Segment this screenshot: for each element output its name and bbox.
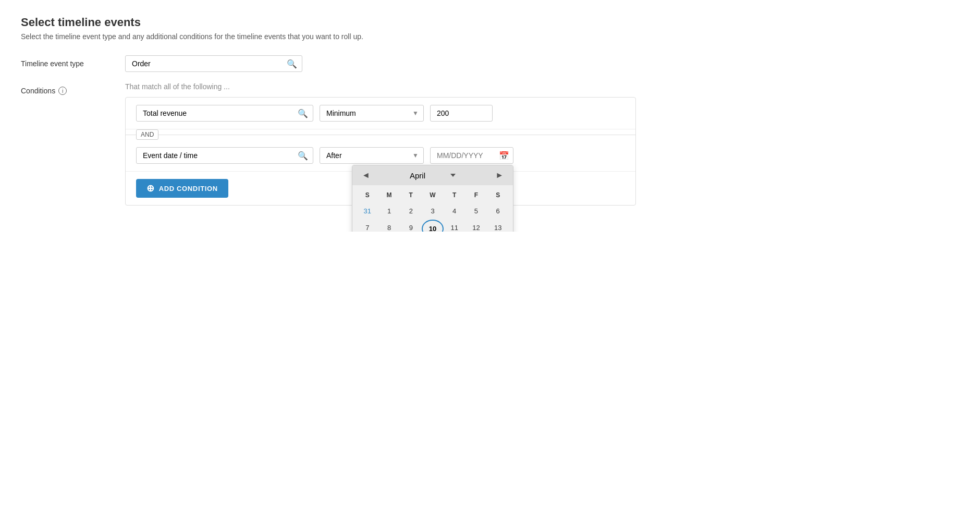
cal-day[interactable]: 2: [400, 203, 422, 220]
condition2-field-input[interactable]: [136, 147, 313, 164]
add-condition-button[interactable]: ⊕ ADD CONDITION: [136, 179, 228, 198]
timeline-event-type-search-icon: 🔍: [287, 59, 297, 69]
calendar-prev-button[interactable]: ◄: [359, 170, 373, 181]
condition1-field-wrapper: 🔍: [136, 105, 313, 122]
calendar-days: 31 1 2 3 4 5 6 7 8 9 10: [357, 203, 509, 232]
date-input-wrapper: 📅: [430, 147, 513, 164]
calendar-month-select[interactable]: JanuaryFebruaryMarch April MayJuneJuly A…: [410, 171, 456, 180]
and-line: [126, 135, 635, 135]
timeline-event-type-content: 🔍: [125, 55, 959, 72]
cal-day[interactable]: 5: [466, 203, 487, 220]
calendar-icon[interactable]: 📅: [499, 151, 509, 161]
cal-day[interactable]: 3: [422, 203, 444, 220]
add-condition-label: ADD CONDITION: [159, 185, 218, 193]
condition1-operator-select[interactable]: Minimum Maximum Equals Greater than Less…: [320, 105, 424, 122]
cal-day[interactable]: 7: [357, 220, 378, 232]
plus-icon: ⊕: [146, 184, 155, 193]
condition1-value-input[interactable]: [430, 105, 493, 122]
conditions-row: Conditions i That match all of the follo…: [21, 82, 959, 206]
calendar-header: ◄ JanuaryFebruaryMarch April MayJuneJuly…: [352, 165, 513, 185]
page-subtitle: Select the timeline event type and any a…: [21, 32, 959, 41]
and-label: AND: [136, 129, 158, 140]
conditions-label: Conditions i: [21, 82, 125, 95]
timeline-event-type-input[interactable]: [125, 55, 302, 72]
cal-day[interactable]: 4: [444, 203, 466, 220]
cal-day-today[interactable]: 10: [422, 220, 444, 232]
condition-row-1: 🔍 Minimum Maximum Equals Greater than Le…: [126, 98, 635, 129]
cal-day[interactable]: 8: [378, 220, 400, 232]
condition-row-2: 🔍 After Before Between On ▼ 📅: [126, 140, 635, 172]
condition2-operator-select[interactable]: After Before Between On: [320, 147, 424, 164]
calendar-month-year: JanuaryFebruaryMarch April MayJuneJuly A…: [410, 171, 456, 180]
calendar-days-header: S M T W T F S: [357, 189, 509, 201]
condition1-field-input[interactable]: [136, 105, 313, 122]
calendar-next-button[interactable]: ►: [492, 170, 507, 181]
condition2-value-wrapper: 📅 ◄ JanuaryFebruaryMarch April MayJuneJu…: [430, 147, 513, 164]
conditions-box: 🔍 Minimum Maximum Equals Greater than Le…: [125, 97, 636, 206]
cal-day[interactable]: 1: [378, 203, 400, 220]
cal-day[interactable]: 13: [487, 220, 509, 232]
condition1-search-icon: 🔍: [298, 109, 308, 118]
condition2-operator-wrapper: After Before Between On ▼: [320, 147, 424, 164]
cal-day[interactable]: 6: [487, 203, 509, 220]
conditions-matching-text: That match all of the following ...: [125, 82, 959, 91]
conditions-content: That match all of the following ... 🔍 Mi…: [125, 82, 959, 206]
page-title: Select timeline events: [21, 16, 959, 29]
condition1-value-wrapper: [430, 105, 493, 122]
cal-day[interactable]: 12: [466, 220, 487, 232]
timeline-event-type-input-wrapper: 🔍: [125, 55, 302, 72]
calendar-grid: S M T W T F S 31 1: [352, 185, 513, 232]
condition2-field-wrapper: 🔍: [136, 147, 313, 164]
cal-day[interactable]: 31: [357, 203, 378, 220]
calendar-dropdown: ◄ JanuaryFebruaryMarch April MayJuneJuly…: [352, 165, 513, 232]
condition2-search-icon: 🔍: [298, 151, 308, 161]
timeline-event-type-label: Timeline event type: [21, 55, 125, 68]
and-separator: AND: [126, 129, 635, 140]
conditions-info-icon[interactable]: i: [58, 87, 67, 95]
timeline-event-type-row: Timeline event type 🔍: [21, 55, 959, 72]
cal-day[interactable]: 11: [444, 220, 466, 232]
cal-day[interactable]: 9: [400, 220, 422, 232]
condition1-operator-wrapper: Minimum Maximum Equals Greater than Less…: [320, 105, 424, 122]
